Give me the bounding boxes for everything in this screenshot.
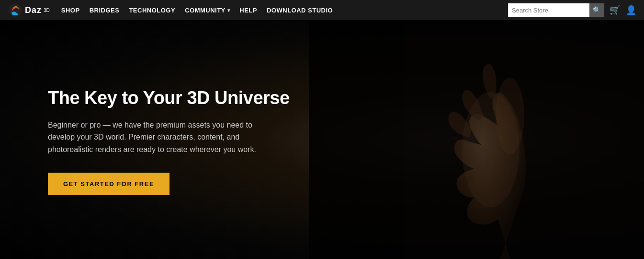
hero-title: The Key to Your 3D Universe <box>48 87 290 109</box>
daz-logo-icon <box>8 2 23 18</box>
logo-text: Daz <box>25 5 42 15</box>
nav-link-download[interactable]: DOWNLOAD STUDIO <box>267 7 333 14</box>
navbar: Daz3D SHOP BRIDGES TECHNOLOGY COMMUNITY … <box>0 0 644 20</box>
search-container: 🔍 <box>508 3 604 17</box>
nav-links: SHOP BRIDGES TECHNOLOGY COMMUNITY HELP D… <box>61 7 497 14</box>
hero-description: Beginner or pro — we have the premium as… <box>48 119 268 156</box>
nav-logo[interactable]: Daz3D <box>8 2 50 18</box>
search-button[interactable]: 🔍 <box>589 3 604 17</box>
hero-content: The Key to Your 3D Universe Beginner or … <box>48 87 290 195</box>
search-icon: 🔍 <box>593 6 601 14</box>
search-input[interactable] <box>508 3 589 17</box>
cart-icon[interactable]: 🛒 <box>610 5 620 15</box>
nav-link-technology[interactable]: TECHNOLOGY <box>129 7 175 14</box>
nav-link-shop[interactable]: SHOP <box>61 7 80 14</box>
hero-section: The Key to Your 3D Universe Beginner or … <box>0 20 644 259</box>
hero-hand-image <box>309 20 644 259</box>
nav-link-help[interactable]: HELP <box>239 7 257 14</box>
nav-right: 🔍 🛒 👤 <box>508 3 636 17</box>
user-icon[interactable]: 👤 <box>626 5 636 15</box>
nav-link-bridges[interactable]: BRIDGES <box>90 7 120 14</box>
nav-link-community[interactable]: COMMUNITY <box>185 7 230 14</box>
logo-sup: 3D <box>44 8 50 13</box>
get-started-button[interactable]: GET STARTED FOR FREE <box>48 173 169 195</box>
svg-rect-5 <box>309 20 405 259</box>
